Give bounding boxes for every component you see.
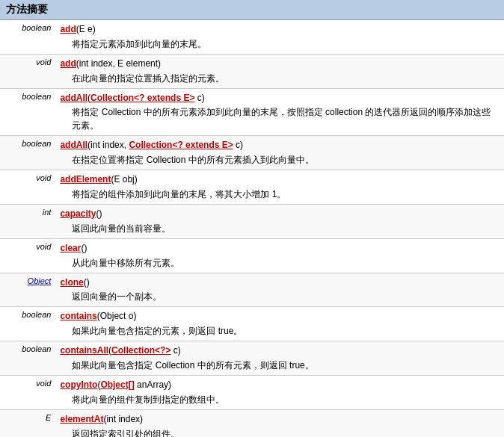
method-signature: clear(): [60, 242, 500, 255]
table-row: intcapacity()返回此向量的当前容量。: [0, 204, 504, 238]
return-type: int: [0, 204, 55, 238]
method-signature: contains(Object o): [60, 310, 500, 323]
method-signature: addAll(Collection<? extends E> c): [60, 92, 500, 105]
method-content: addAll(int index, Collection<? extends E…: [55, 136, 504, 170]
method-content: clear()从此向量中移除所有元素。: [55, 238, 504, 273]
method-content: copyInto(Object[] anArray)将此向量的组件复制到指定的数…: [55, 375, 504, 409]
table-row: EelementAt(int index)返回指定索引引处的组件。: [0, 409, 504, 437]
return-type: boolean: [0, 341, 55, 376]
table-row: booleanadd(E e)将指定元素添加到此向量的末尾。: [0, 20, 504, 54]
method-description: 将指定的组件添加到此向量的末尾，将其大小增加 1。: [60, 187, 500, 201]
return-type: void: [0, 375, 55, 409]
table-row: booleancontainsAll(Collection<?> c)如果此向量…: [0, 341, 504, 376]
table-row: booleanaddAll(int index, Collection<? ex…: [0, 136, 504, 170]
method-content: containsAll(Collection<?> c)如果此向量包含指定 Co…: [55, 341, 504, 376]
method-content: clone()返回向量的一个副本。: [55, 273, 504, 307]
method-description: 如果此向量包含指定 Collection 中的所有元素，则返回 true。: [60, 359, 500, 372]
table-row: booleancontains(Object o)如果此向量包含指定的元素，则返…: [0, 307, 504, 341]
method-description: 将此向量的组件复制到指定的数组中。: [60, 393, 500, 406]
method-content: elementAt(int index)返回指定索引引处的组件。: [55, 409, 504, 437]
return-type: void: [0, 238, 55, 273]
table-row: voidadd(int index, E element)在此向量的指定位置插入…: [0, 54, 504, 88]
method-content: add(int index, E element)在此向量的指定位置插入指定的元…: [55, 54, 504, 88]
method-signature: clone(): [60, 276, 500, 289]
method-description: 在此向量的指定位置插入指定的元素。: [60, 72, 500, 85]
table-row: booleanaddAll(Collection<? extends E> c)…: [0, 88, 504, 136]
return-type: E: [0, 409, 55, 437]
method-description: 从此向量中移除所有元素。: [60, 256, 500, 270]
method-signature: elementAt(int index): [60, 413, 500, 426]
method-signature: capacity(): [60, 208, 500, 220]
return-type: void: [0, 170, 55, 205]
return-type: void: [0, 54, 55, 88]
method-content: contains(Object o)如果此向量包含指定的元素，则返回 true。: [55, 307, 504, 341]
method-description: 返回此向量的当前容量。: [60, 222, 500, 235]
return-type: boolean: [0, 307, 55, 341]
method-description: 将指定元素添加到此向量的末尾。: [60, 37, 500, 51]
return-type: Object: [0, 273, 55, 307]
method-description: 在指定位置将指定 Collection 中的所有元素插入到此向量中。: [60, 153, 500, 167]
method-description: 将指定 Collection 中的所有元素添加到此向量的末尾，按照指定 coll…: [60, 105, 500, 132]
method-content: addElement(E obj)将指定的组件添加到此向量的末尾，将其大小增加 …: [55, 170, 504, 205]
return-type: boolean: [0, 136, 55, 170]
table-row: voidaddElement(E obj)将指定的组件添加到此向量的末尾，将其大…: [0, 170, 504, 205]
table-row: voidcopyInto(Object[] anArray)将此向量的组件复制到…: [0, 375, 504, 409]
method-signature: containsAll(Collection<?> c): [60, 344, 500, 357]
table-row: voidclear()从此向量中移除所有元素。: [0, 238, 504, 273]
page-title: 方法摘要: [0, 0, 504, 20]
return-type: boolean: [0, 20, 55, 54]
method-signature: addElement(E obj): [60, 173, 500, 186]
method-description: 如果此向量包含指定的元素，则返回 true。: [60, 324, 500, 338]
method-content: addAll(Collection<? extends E> c)将指定 Col…: [55, 88, 504, 136]
method-content: capacity()返回此向量的当前容量。: [55, 204, 504, 238]
table-row: Objectclone()返回向量的一个副本。: [0, 273, 504, 307]
method-signature: add(E e): [60, 23, 500, 36]
method-content: add(E e)将指定元素添加到此向量的末尾。: [55, 20, 504, 54]
method-signature: copyInto(Object[] anArray): [60, 379, 500, 391]
method-signature: add(int index, E element): [60, 58, 500, 70]
method-table: booleanadd(E e)将指定元素添加到此向量的末尾。voidadd(in…: [0, 20, 504, 437]
method-description: 返回指定索引引处的组件。: [60, 427, 500, 437]
method-description: 返回向量的一个副本。: [60, 290, 500, 303]
method-signature: addAll(int index, Collection<? extends E…: [60, 139, 500, 152]
return-type: boolean: [0, 88, 55, 136]
